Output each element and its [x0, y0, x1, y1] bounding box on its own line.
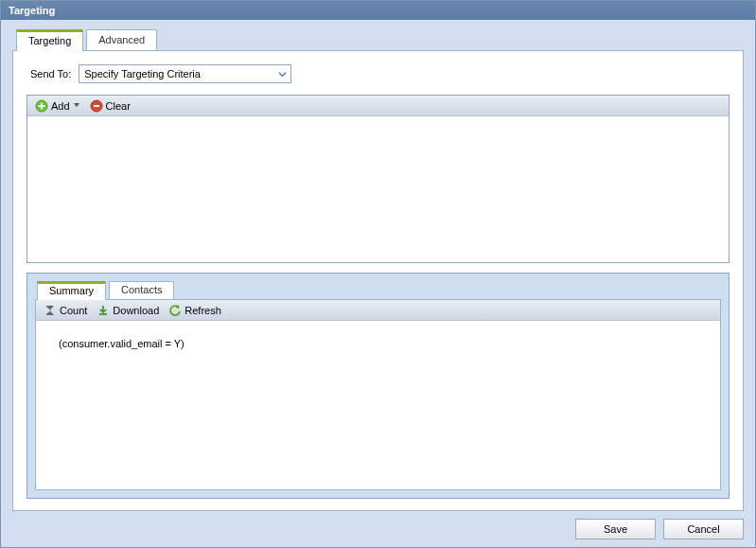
- tab-targeting[interactable]: Targeting: [16, 29, 83, 51]
- sendto-label: Send To:: [30, 68, 71, 80]
- titlebar: Targeting: [1, 1, 755, 20]
- clear-label: Clear: [106, 100, 131, 112]
- tab-contacts[interactable]: Contacts: [109, 281, 174, 299]
- tab-summary[interactable]: Summary: [37, 281, 106, 300]
- refresh-button[interactable]: Refresh: [167, 303, 223, 318]
- download-icon: [97, 304, 110, 317]
- main-tabstrip: Targeting Advanced: [16, 29, 744, 50]
- save-label: Save: [604, 523, 627, 535]
- add-label: Add: [51, 100, 70, 112]
- download-label: Download: [113, 305, 159, 316]
- criteria-box: Add Clear: [26, 95, 730, 263]
- cancel-button[interactable]: Cancel: [663, 519, 744, 539]
- client-area: Targeting Advanced Send To: Specify Targ…: [1, 20, 755, 547]
- tab-advanced-label: Advanced: [98, 34, 145, 45]
- targeting-dialog: Targeting Targeting Advanced Send To: Sp…: [0, 0, 756, 548]
- sendto-selected-value: Specify Targeting Criteria: [84, 68, 201, 80]
- lower-container: Summary Contacts Count: [26, 273, 730, 499]
- cancel-label: Cancel: [687, 523, 719, 535]
- tab-advanced[interactable]: Advanced: [86, 29, 157, 50]
- clear-button[interactable]: Clear: [88, 98, 132, 114]
- chevron-down-icon: [275, 67, 289, 80]
- clear-icon: [90, 99, 103, 113]
- criteria-toolbar: Add Clear: [27, 96, 729, 116]
- summary-toolbar: Count Download Refresh: [36, 300, 720, 321]
- svg-rect-2: [99, 313, 107, 315]
- sendto-select[interactable]: Specify Targeting Criteria: [79, 64, 291, 83]
- summary-body: (consumer.valid_email = Y): [36, 321, 720, 489]
- download-button[interactable]: Download: [95, 303, 161, 318]
- inner-tabstrip: Summary Contacts: [37, 281, 721, 299]
- targeting-panel: Send To: Specify Targeting Criteria Add: [12, 50, 744, 511]
- tab-targeting-label: Targeting: [28, 35, 71, 46]
- summary-expression: (consumer.valid_email = Y): [59, 338, 185, 349]
- sigma-icon: [44, 304, 57, 317]
- refresh-icon: [168, 304, 182, 317]
- count-button[interactable]: Count: [42, 303, 89, 318]
- refresh-label: Refresh: [185, 305, 221, 316]
- count-label: Count: [60, 305, 87, 316]
- tab-contacts-label: Contacts: [121, 284, 162, 295]
- tab-summary-label: Summary: [49, 285, 94, 296]
- save-button[interactable]: Save: [575, 519, 656, 539]
- sendto-row: Send To: Specify Targeting Criteria: [26, 64, 730, 83]
- add-button[interactable]: Add: [33, 98, 82, 114]
- add-icon: [35, 99, 48, 113]
- criteria-body[interactable]: [27, 116, 729, 262]
- summary-panel: Count Download Refresh: [35, 299, 721, 490]
- dropdown-caret-icon: [73, 99, 80, 113]
- window-title: Targeting: [9, 5, 55, 16]
- dialog-footer: Save Cancel: [12, 511, 744, 539]
